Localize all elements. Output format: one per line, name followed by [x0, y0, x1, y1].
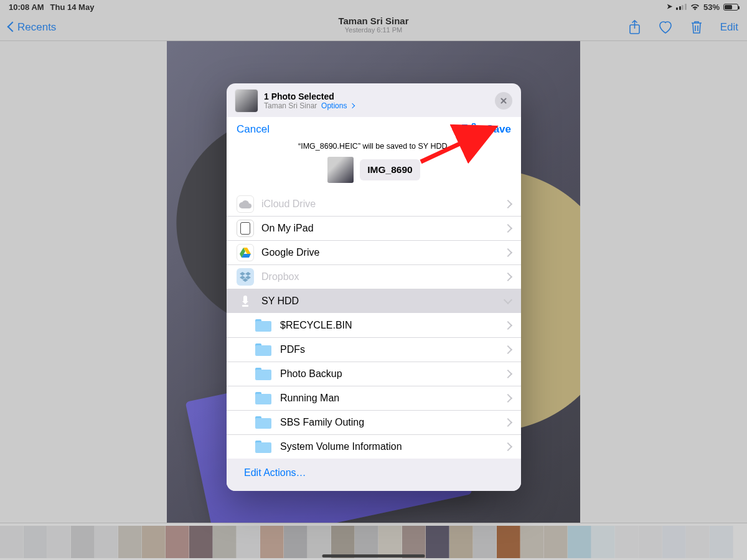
chevron-right-icon	[505, 271, 511, 282]
close-button[interactable]	[495, 92, 512, 110]
cancel-button[interactable]: Cancel	[237, 123, 270, 136]
location-row-gdrive[interactable]: Google Drive	[227, 240, 521, 264]
folder-icon	[255, 343, 271, 356]
file-thumbnail	[327, 157, 354, 183]
chevron-right-icon	[505, 368, 511, 380]
save-destination-message: “IMG_8690.HEIC” will be saved to SY HDD.	[227, 142, 521, 157]
folder-row[interactable]: Running Man	[227, 386, 521, 410]
chevron-right-icon	[505, 247, 511, 258]
location-label: On My iPad	[261, 223, 314, 234]
dropbox-icon	[237, 268, 254, 286]
folder-list: $RECYCLE.BINPDFsPhoto BackupRunning ManS…	[227, 313, 521, 459]
folder-label: $RECYCLE.BIN	[280, 320, 352, 331]
folder-icon	[255, 392, 271, 404]
folder-icon	[255, 441, 271, 453]
svg-rect-2	[242, 305, 248, 307]
folder-row[interactable]: PDFs	[227, 337, 521, 362]
sheet-header: 1 Photo Selected Taman Sri Sinar Options	[227, 83, 521, 117]
chevron-right-icon	[505, 198, 511, 210]
file-name-field[interactable]: IMG_8690	[360, 159, 420, 180]
chevron-right-icon	[505, 393, 511, 404]
options-button[interactable]: Options	[321, 101, 354, 110]
edit-actions-button[interactable]: Edit Actions…	[244, 467, 306, 478]
location-label: SY HDD	[261, 296, 299, 307]
folder-icon	[255, 368, 271, 380]
chevron-down-icon	[505, 296, 511, 307]
folder-row[interactable]: Photo Backup	[227, 362, 521, 386]
location-row-icloud: iCloud Drive	[227, 192, 521, 216]
file-row: IMG_8690	[227, 157, 521, 192]
save-panel: Cancel Save “IMG_8690.HEIC” will be save…	[227, 117, 521, 459]
chevron-right-icon	[505, 223, 511, 234]
selection-count: 1 Photo Selected	[264, 91, 354, 101]
gdrive-icon	[237, 244, 254, 261]
selection-location: Taman Sri Sinar	[264, 101, 317, 110]
folder-icon	[255, 319, 271, 332]
location-row-dropbox: Dropbox	[227, 264, 521, 289]
chevron-right-icon	[505, 320, 511, 331]
folder-row[interactable]: $RECYCLE.BIN	[227, 313, 521, 337]
save-button[interactable]: Save	[486, 123, 511, 136]
ipad-icon	[237, 220, 254, 237]
location-label: Google Drive	[261, 247, 319, 258]
folder-icon	[255, 416, 271, 429]
syhdd-icon	[237, 292, 254, 310]
folder-label: Running Man	[280, 393, 339, 404]
selection-thumbnail	[235, 90, 258, 112]
chevron-right-icon	[505, 417, 511, 428]
folder-label: PDFs	[280, 344, 305, 355]
icloud-icon	[237, 195, 254, 213]
new-folder-button[interactable]	[461, 123, 476, 136]
chevron-right-icon	[505, 344, 511, 355]
chevron-right-icon	[349, 101, 354, 110]
share-sheet: 1 Photo Selected Taman Sri Sinar Options…	[227, 83, 521, 491]
folder-row[interactable]: System Volume Information	[227, 434, 521, 459]
location-label: iCloud Drive	[261, 198, 316, 210]
location-label: Dropbox	[261, 271, 299, 282]
location-list: iCloud DriveOn My iPadGoogle DriveDropbo…	[227, 192, 521, 313]
folder-label: Photo Backup	[280, 368, 342, 380]
folder-row[interactable]: SBS Family Outing	[227, 410, 521, 434]
location-row-syhdd[interactable]: SY HDD	[227, 289, 521, 313]
folder-label: System Volume Information	[280, 441, 402, 452]
folder-label: SBS Family Outing	[280, 417, 364, 428]
chevron-right-icon	[505, 441, 511, 452]
location-row-ipad[interactable]: On My iPad	[227, 216, 521, 240]
